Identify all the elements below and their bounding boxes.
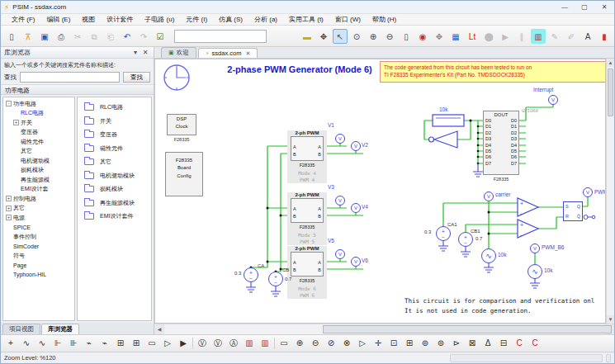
tab-close-icon[interactable]: ✕ [245, 50, 250, 57]
tree-item[interactable]: SimCoder [3, 242, 74, 252]
print-icon[interactable]: ⎙ [54, 29, 69, 44]
dc-source-icon[interactable]: ⊕ [293, 337, 306, 350]
new-file-icon[interactable]: ▯ [4, 29, 19, 44]
sum-block-icon[interactable]: ⊠ [466, 337, 479, 350]
menu-item[interactable]: 文件 (F) [6, 14, 40, 26]
tree-expander-icon[interactable]: + [13, 120, 19, 125]
probe-v5[interactable]: V [335, 249, 345, 259]
menu-item[interactable]: 分析 (a) [248, 14, 283, 26]
probe-v3[interactable]: V [335, 196, 345, 206]
script-tool-icon[interactable]: ✐ [564, 29, 579, 44]
tree-expander-icon[interactable]: + [6, 206, 12, 211]
tree-expander-icon[interactable]: + [6, 215, 12, 220]
folder-item[interactable]: 损耗模块 [78, 182, 151, 196]
simview-icon[interactable]: ▦ [448, 29, 463, 44]
triangle-source-icon[interactable]: ⊗ [340, 337, 353, 350]
edit-tool-icon[interactable]: ✎ [547, 29, 562, 44]
pause-simulation-icon[interactable]: ∥ [514, 29, 529, 44]
ltspice-link-icon[interactable]: Lt [465, 29, 480, 44]
zoom-area-icon[interactable]: ◉ [415, 29, 430, 44]
search-button[interactable]: 查找 [123, 72, 150, 83]
voltmeter-icon[interactable]: Ⓥ [211, 337, 225, 350]
tree-item[interactable]: 再生能源模 [3, 175, 74, 185]
resistor-icon[interactable]: ∿ [20, 337, 33, 350]
tree-item[interactable]: EMI设计套 [3, 185, 74, 195]
folder-item[interactable]: 开关 [78, 115, 151, 129]
zoom-out-icon[interactable]: ⊖ [382, 29, 397, 44]
comparator-icon[interactable]: ⊳ [450, 337, 463, 350]
menu-item[interactable]: 帮助 (H) [367, 14, 402, 26]
diode-icon[interactable]: ▷ [161, 337, 174, 350]
sidebar-tab-1[interactable]: 库浏览器 [41, 324, 79, 334]
tree-item[interactable]: 变压器 [3, 128, 74, 138]
transformer-3w-icon[interactable]: ⊞ [130, 337, 143, 350]
tree-item[interactable]: 符号 [3, 251, 74, 261]
node-probe-icon[interactable]: ✛ [371, 337, 385, 350]
stop-simulation-icon[interactable]: ⬤ [481, 29, 496, 44]
vertical-scroll-thumb[interactable] [608, 69, 613, 116]
tree-expander-icon[interactable]: - [6, 101, 12, 106]
save-file-icon[interactable]: ▣ [37, 29, 52, 44]
source-cb1[interactable]: +− [458, 232, 473, 247]
carrier-probe[interactable]: V [484, 191, 494, 201]
tree-item[interactable]: +电源 [3, 213, 74, 223]
carrier-wave-source[interactable]: ∿ [481, 248, 496, 263]
board-config-block[interactable]: F28335 Board Config [165, 152, 203, 196]
pan-page-icon[interactable]: ✥ [432, 29, 447, 44]
text-tool-icon[interactable]: A [580, 29, 595, 44]
tree-item[interactable]: Page [3, 261, 74, 271]
tree-item[interactable]: +开关 [3, 118, 74, 128]
menu-item[interactable]: 视图 [76, 14, 101, 26]
panel-close-icon[interactable]: ✕ [140, 49, 150, 56]
minimize-button[interactable]: — [555, 2, 575, 12]
pwm-unit-1[interactable]: 2-ph PWMAABBF28335Mode 4PWM 4 [287, 130, 327, 183]
tree-item[interactable]: 其它 [3, 147, 74, 157]
menu-item[interactable]: 元件 (I) [180, 14, 213, 26]
capacitor-icon[interactable]: ⊩ [51, 337, 64, 350]
interrupt-probe[interactable]: V [548, 95, 558, 105]
tree-item[interactable]: RLC电路 [3, 109, 74, 119]
transformer-icon[interactable]: ⊞ [114, 337, 127, 350]
undo-icon[interactable]: ↶ [120, 29, 135, 44]
sine-source-icon[interactable]: ⊖ [309, 337, 322, 350]
label-tool-icon[interactable]: ▬ [300, 29, 315, 44]
cut-icon[interactable]: ✂ [70, 29, 85, 44]
pi-controller-icon[interactable]: ⊞ [403, 337, 416, 350]
current-sensor-icon[interactable]: ⊚ [434, 337, 447, 350]
mux-block-icon[interactable]: ⊟ [497, 337, 510, 350]
pwm-unit-3[interactable]: 2-ph PWMAABBF28335Mode 6PWM 6 [287, 246, 327, 299]
opamp-icon[interactable]: ▷ [356, 337, 369, 350]
document-tab-1[interactable]: ⚡ssdax.com✕ [198, 48, 258, 58]
close-button[interactable]: ✕ [594, 2, 614, 12]
folder-item[interactable]: 变压器 [78, 128, 151, 142]
label-block-icon[interactable]: Δ [481, 337, 494, 350]
scope-2ch-icon[interactable]: ▥ [258, 337, 272, 350]
menu-item[interactable]: 设计套件 [101, 14, 139, 26]
tree-item[interactable]: +其它 [3, 204, 74, 214]
tree-item[interactable]: 事件控制 [3, 232, 74, 242]
folder-item[interactable]: RLC电路 [78, 101, 151, 115]
tree-item[interactable]: 电机驱动模 [3, 156, 74, 166]
rlc-branch-icon[interactable]: ▭ [277, 337, 291, 350]
probe-v1[interactable]: V [335, 134, 345, 144]
pwm-b6-wave-source[interactable]: ∿ [527, 264, 542, 279]
horizontal-scrollbar[interactable]: ◀ ▶ [154, 324, 614, 334]
fit-to-page-icon[interactable]: ▯ [399, 29, 414, 44]
scope-view-icon[interactable]: ▥ [531, 29, 546, 44]
library-search-input[interactable] [20, 72, 120, 83]
voltage-probe-icon[interactable]: Ⓥ [196, 337, 209, 350]
zoom-tool-icon[interactable]: ⊙ [349, 29, 364, 44]
maximize-button[interactable]: ▢ [575, 2, 594, 12]
folder-item[interactable]: EMI设计套件 [78, 210, 151, 224]
c-block-icon[interactable]: C [528, 337, 542, 350]
redo-icon[interactable]: ↷ [136, 29, 151, 44]
dout-block[interactable]: DOUT D0D0D1D1D2D2D3D3D4D4D5D5D6D6D7D7 [483, 111, 519, 175]
document-tab-0[interactable]: ▣欢迎 [161, 47, 196, 58]
menu-item[interactable]: 子电路 (u) [139, 14, 180, 26]
voltage-sensor-icon[interactable]: ⊚ [419, 337, 432, 350]
menu-item[interactable]: 实用工具 (t) [283, 14, 329, 26]
source-cb[interactable]: +− [268, 272, 283, 286]
menu-item[interactable]: 仿真 (S) [213, 14, 248, 26]
sidebar-tab-0[interactable]: 项目视图 [2, 324, 40, 334]
dsp-clock-block[interactable]: DSP Clock [167, 114, 196, 135]
